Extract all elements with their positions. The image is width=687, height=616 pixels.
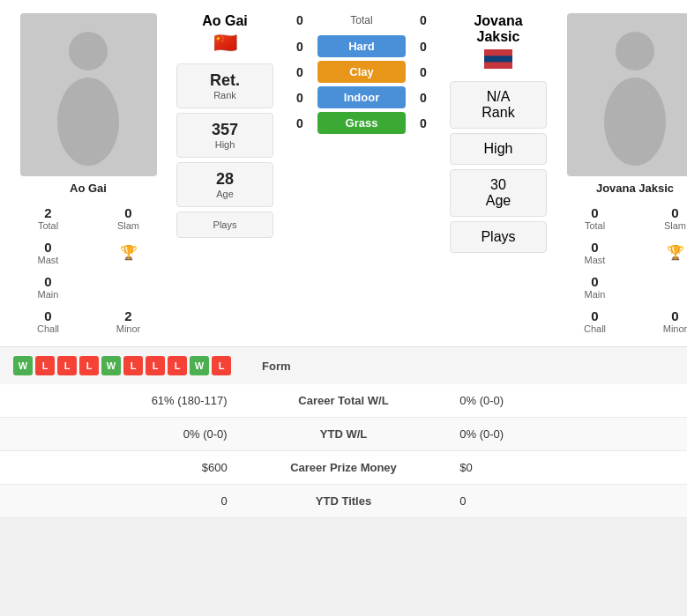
left-rank-box: Ret. Rank — [176, 63, 273, 108]
form-badges: W L L L W L L L W L — [13, 356, 231, 375]
left-player-name: Ao Gai — [70, 182, 107, 195]
grass-row: 0 Grass 0 — [287, 112, 437, 134]
form-label: Form — [262, 360, 291, 373]
left-middle-stats: Ao Gai 🇨🇳 Ret. Rank 357 High 28 Age Play… — [172, 13, 278, 338]
right-trophy-cell: 🏆 — [636, 236, 687, 269]
total-row: 0 Total 0 — [287, 13, 437, 27]
center-column: 0 Total 0 0 Hard 0 0 Clay 0 0 Indoor 0 — [282, 13, 441, 338]
right-high-box: High — [450, 133, 547, 165]
right-player-card: Jovana Jaksic 0 Total 0 Slam 0 Mast 🏆 — [556, 13, 687, 338]
table-cell-center: Career Prize Money — [241, 451, 447, 485]
form-badge-4: W — [101, 356, 121, 375]
table-row: 61% (180-117)Career Total W/L0% (0-0) — [0, 384, 687, 418]
left-flag: 🇨🇳 — [202, 32, 248, 55]
svg-point-0 — [69, 32, 108, 71]
clay-row: 0 Clay 0 — [287, 61, 437, 83]
right-flag — [474, 49, 522, 72]
right-middle-stats: JovanaJaksic N/A Rank — [445, 13, 551, 338]
stats-table: 61% (180-117)Career Total W/L0% (0-0)0% … — [0, 384, 687, 518]
table-row: $600Career Prize Money$0 — [0, 451, 687, 485]
hard-badge: Hard — [317, 35, 406, 57]
form-badge-8: W — [190, 356, 209, 375]
table-row: 0YTD Titles0 — [0, 485, 687, 518]
table-cell-right: 0 — [446, 485, 687, 518]
top-section: Ao Gai 2 Total 0 Slam 0 Mast 🏆 — [0, 0, 687, 346]
svg-point-1 — [57, 78, 119, 166]
svg-rect-6 — [485, 50, 512, 56]
left-player-heading: Ao Gai — [202, 13, 248, 29]
left-player-avatar — [20, 13, 157, 176]
form-section: W L L L W L L L W L Form — [0, 346, 687, 384]
right-player-avatar — [567, 13, 688, 176]
table-cell-center: YTD W/L — [241, 418, 447, 451]
table-cell-center: YTD Titles — [241, 485, 447, 518]
table-cell-center: Career Total W/L — [241, 384, 447, 418]
right-main-stat: 0 Main — [556, 271, 634, 303]
form-badge-0: W — [13, 356, 33, 375]
clay-badge: Clay — [317, 61, 406, 83]
right-slam-stat: 0 Slam — [636, 202, 687, 234]
left-age-box: 28 Age — [176, 162, 273, 207]
left-trophy-icon: 🏆 — [120, 244, 138, 261]
table-cell-left: 0 — [0, 485, 241, 518]
table-cell-left: 61% (180-117) — [0, 384, 241, 418]
left-chall-stat: 0 Chall — [9, 305, 87, 338]
table-cell-right: 0% (0-0) — [446, 418, 687, 451]
table-cell-left: $600 — [0, 451, 241, 485]
table-cell-right: 0% (0-0) — [446, 384, 687, 418]
left-minor-stat: 2 Minor — [89, 305, 168, 338]
right-chall-stat: 0 Chall — [556, 305, 634, 338]
indoor-row: 0 Indoor 0 — [287, 86, 437, 108]
left-plays-box: Plays — [176, 212, 273, 238]
left-slam-stat: 0 Slam — [89, 202, 168, 234]
grass-badge: Grass — [317, 112, 406, 134]
left-high-box: 357 High — [176, 113, 273, 158]
form-badge-5: L — [123, 356, 143, 375]
right-rank-box: N/A Rank — [450, 81, 547, 129]
form-badge-7: L — [168, 356, 187, 375]
right-plays-box: Plays — [450, 221, 547, 253]
table-cell-right: $0 — [446, 451, 687, 485]
svg-point-7 — [616, 32, 654, 71]
left-total-stat: 2 Total — [9, 202, 87, 234]
left-mast-stat: 0 Mast — [9, 236, 87, 269]
main-container: Ao Gai 2 Total 0 Slam 0 Mast 🏆 — [0, 0, 687, 518]
form-badge-1: L — [35, 356, 55, 375]
right-minor-stat: 0 Minor — [636, 305, 687, 338]
hard-row: 0 Hard 0 — [287, 35, 437, 57]
svg-point-8 — [604, 78, 666, 166]
table-cell-left: 0% (0-0) — [0, 418, 241, 451]
form-badge-2: L — [57, 356, 77, 375]
form-badge-3: L — [79, 356, 99, 375]
left-player-card: Ao Gai 2 Total 0 Slam 0 Mast 🏆 — [9, 13, 168, 338]
right-player-name: Jovana Jaksic — [596, 182, 674, 195]
right-mast-stat: 0 Mast — [556, 236, 634, 269]
left-trophy-cell: 🏆 — [89, 236, 168, 269]
right-age-box: 30 Age — [450, 169, 547, 217]
form-badge-6: L — [146, 356, 165, 375]
left-main-stat2: 0 Main — [9, 271, 87, 303]
table-row: 0% (0-0)YTD W/L0% (0-0) — [0, 418, 687, 451]
indoor-badge: Indoor — [317, 86, 406, 108]
form-badge-9: L — [212, 356, 231, 375]
right-total-stat: 0 Total — [556, 202, 634, 234]
right-player-heading: JovanaJaksic — [474, 13, 522, 45]
right-trophy-icon: 🏆 — [667, 244, 684, 261]
svg-rect-4 — [484, 56, 512, 62]
svg-rect-5 — [484, 63, 512, 69]
